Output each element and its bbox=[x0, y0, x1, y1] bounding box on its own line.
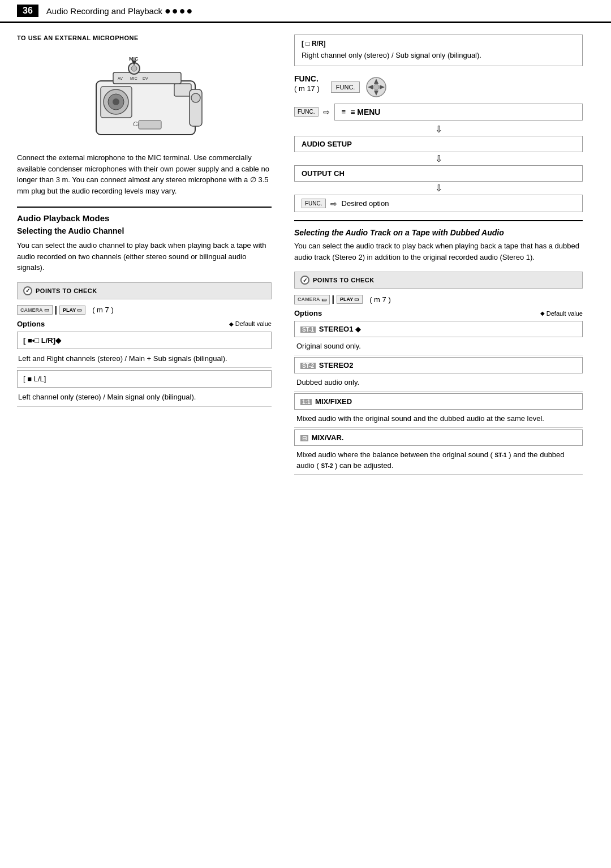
menu-flow: FUNC. ⇨ ≡ ≡ MENU ⇩ AUDIO SETUP ⇩ OUTPUT … bbox=[294, 104, 583, 213]
func-info: FUNC. ( m 17 ) bbox=[294, 74, 320, 93]
st2-inline: ST-2 bbox=[321, 463, 333, 469]
page-ref: ( m 7 ) bbox=[92, 306, 114, 314]
stereo1-default: ◆ bbox=[355, 325, 361, 333]
svg-point-16 bbox=[191, 93, 200, 102]
arrow-right-icon: ⇨ bbox=[323, 108, 330, 117]
mode-icons-row: CAMERA ▭ | PLAY ▭ ( m 7 ) bbox=[17, 305, 272, 315]
options-label: Options bbox=[17, 320, 45, 328]
svg-text:MIC: MIC bbox=[129, 56, 139, 62]
dubbed-play-tape-icon: ▭ bbox=[354, 297, 359, 302]
points-to-check-header: ✓ Points to Check bbox=[23, 286, 265, 295]
default-value-note: ◆ Default value bbox=[229, 320, 272, 327]
right-column: [ □ R/R] Right channel only (stereo) / S… bbox=[289, 35, 583, 476]
diamond-icon: ◆ bbox=[229, 321, 234, 327]
option-lr-title: [ ■•□ L/R]◆ bbox=[23, 336, 61, 345]
play-label: PLAY bbox=[63, 307, 76, 313]
rr-box: [ □ R/R] Right channel only (stereo) / S… bbox=[294, 35, 583, 66]
play-tape-icon: ▭ bbox=[77, 307, 82, 313]
svg-point-4 bbox=[113, 98, 119, 105]
dubbed-options-label: Options bbox=[294, 309, 322, 317]
dubbed-points-to-check-header: ✓ Points to Check bbox=[300, 276, 576, 285]
svg-text:AV: AV bbox=[118, 76, 123, 80]
dubbed-checkmark-icon: ✓ bbox=[300, 276, 309, 285]
func-bold-label: FUNC. bbox=[294, 74, 320, 83]
header-dots: ●●●● bbox=[165, 5, 194, 17]
page-title: Audio Recording and Playback ●●●● bbox=[46, 5, 194, 17]
header-title-text: Audio Recording and Playback bbox=[46, 6, 162, 16]
dubbed-options-header: Options ◆ Default value bbox=[294, 309, 583, 317]
dubbed-points-to-check-label: Points to Check bbox=[313, 277, 375, 283]
func-page-ref: ( m 17 ) bbox=[294, 84, 320, 93]
audio-channel-body: You can select the audio channel to play… bbox=[17, 240, 272, 273]
func-arrow-label: FUNC. bbox=[294, 107, 319, 117]
dubbed-page-ref: ( m 7 ) bbox=[369, 295, 391, 304]
st2-label: ST-2 bbox=[300, 363, 316, 369]
default-value-text: Default value bbox=[235, 320, 272, 327]
mixvar-title: MIX/VAR. bbox=[312, 433, 344, 442]
dubbed-default-value-text: Default value bbox=[547, 310, 583, 317]
mixfixed-label: 1:1 bbox=[300, 399, 312, 405]
svg-text:DV: DV bbox=[143, 76, 148, 80]
dubbed-default-value-note: ◆ Default value bbox=[540, 310, 583, 317]
output-ch-item: OUTPUT CH bbox=[294, 165, 583, 182]
section-divider bbox=[17, 207, 272, 208]
play-mode-icon: PLAY ▭ bbox=[59, 306, 85, 315]
func-button-icon: FUNC. bbox=[331, 81, 360, 93]
mixvar-box: ⊟ MIX/VAR. bbox=[294, 429, 583, 446]
dubbed-title-italic: Selecting the Audio Track on a Tape with… bbox=[294, 228, 504, 237]
rr-bracket-icon: [ □ R/R] bbox=[302, 40, 326, 48]
dpad-icon bbox=[365, 76, 387, 98]
dubbed-mode-icons-row: CAMERA ▭ | PLAY ▭ ( m 7 ) bbox=[294, 294, 583, 304]
func-icons-row: FUNC. bbox=[331, 76, 388, 98]
separator: | bbox=[55, 305, 57, 315]
output-ch-label: OUTPUT CH bbox=[302, 169, 345, 178]
mixfixed-box: 1:1 MIX/FIXED bbox=[294, 393, 583, 410]
menu-label: ≡ MENU bbox=[350, 108, 380, 117]
checkmark-icon: ✓ bbox=[23, 286, 32, 295]
stereo2-desc: Dubbed audio only. bbox=[294, 375, 583, 392]
audio-setup-label: AUDIO SETUP bbox=[302, 140, 352, 148]
stereo2-title: STEREO2 bbox=[319, 361, 354, 369]
left-column: To Use an External Microphone bbox=[17, 35, 289, 476]
desired-arrow-icon: ⇨ bbox=[330, 199, 337, 208]
selecting-audio-channel-title: Selecting the Audio Channel bbox=[17, 226, 272, 235]
desired-option-text: Desired option bbox=[342, 199, 389, 208]
option-ll-box: [ ■ L/L] bbox=[17, 370, 272, 388]
rr-title: [ □ R/R] bbox=[302, 40, 575, 48]
st1-label: ST-1 bbox=[300, 326, 316, 333]
dubbed-diamond-icon: ◆ bbox=[540, 310, 545, 316]
option-ll-title: [ ■ L/L] bbox=[23, 375, 46, 383]
main-content: To Use an External Microphone bbox=[0, 35, 611, 476]
svg-rect-17 bbox=[139, 121, 161, 129]
mixfixed-desc: Mixed audio with the original sound and … bbox=[294, 411, 583, 428]
dubbed-separator: | bbox=[332, 294, 334, 304]
func-top-row: FUNC. ( m 17 ) FUNC. bbox=[294, 74, 583, 98]
st1-inline: ST-1 bbox=[495, 452, 507, 458]
dubbed-camera-mode-icon: CAMERA ▭ bbox=[294, 295, 330, 304]
dubbed-camera-label: CAMERA bbox=[298, 297, 320, 302]
stereo1-desc: Original sound only. bbox=[294, 338, 583, 355]
camera-illustration: AV MIC DV MIC Canon bbox=[17, 47, 272, 143]
options-header: Options ◆ Default value bbox=[17, 320, 272, 328]
external-mic-body: Connect the external microphone to the M… bbox=[17, 152, 272, 196]
stereo2-box: ST-2 STEREO2 bbox=[294, 357, 583, 373]
camera-label: CAMERA bbox=[20, 307, 43, 313]
dubbed-camera-tape-icon: ▭ bbox=[321, 297, 326, 303]
func-menu-row: FUNC. ⇨ ≡ ≡ MENU bbox=[294, 104, 583, 121]
page-number: 36 bbox=[17, 5, 38, 17]
stereo1-box: ST-1 STEREO1 ◆ bbox=[294, 321, 583, 337]
dubbed-play-label: PLAY bbox=[340, 297, 353, 302]
svg-rect-5 bbox=[174, 84, 191, 96]
audio-setup-item: AUDIO SETUP bbox=[294, 136, 583, 152]
points-to-check-label: Points to Check bbox=[36, 287, 97, 294]
dubbed-points-to-check-box: ✓ Points to Check bbox=[294, 272, 583, 289]
flow-arrow-1: ⇩ bbox=[294, 123, 583, 136]
mixfixed-title: MIX/FIXED bbox=[315, 397, 352, 406]
svg-point-11 bbox=[131, 66, 137, 71]
func-button-label: FUNC. bbox=[336, 84, 355, 91]
dubbed-play-mode-icon: PLAY ▭ bbox=[337, 295, 363, 304]
option-ll-desc: Left channel only (stereo) / Main signal… bbox=[17, 389, 272, 407]
flow-arrow-3: ⇩ bbox=[294, 182, 583, 195]
func-desired-label: FUNC. bbox=[302, 199, 326, 208]
audio-playback-title: Audio Playback Modes bbox=[17, 213, 272, 223]
